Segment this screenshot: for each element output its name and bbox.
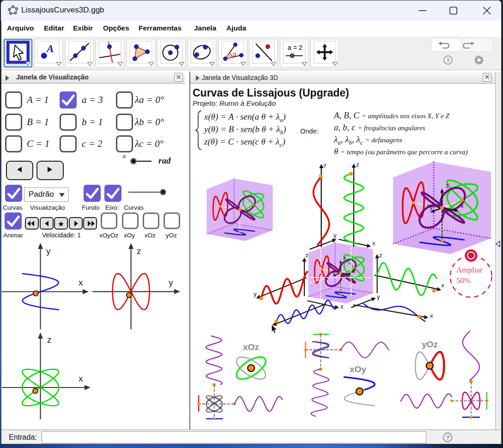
svg-text:x: x [79,374,83,383]
svg-text:Ampliar: Ampliar [456,266,483,274]
svg-text:?: ? [446,434,450,441]
svg-text:x: x [340,303,344,310]
svg-text:50%: 50% [456,276,471,285]
svg-text:yOz: yOz [422,339,438,349]
svg-text:x: x [430,312,433,319]
svg-text:x: x [79,278,83,287]
svg-text:z: z [356,161,359,168]
svg-text:z: z [137,246,141,256]
svg-text:y: y [46,246,51,256]
svg-text:x: x [372,240,376,247]
svg-text:z: z [305,252,309,259]
svg-text:α: α [233,50,236,57]
svg-text:y: y [333,269,335,275]
svg-text:xOy: xOy [350,364,366,374]
svg-text:z: z [323,162,327,169]
svg-text:xOz: xOz [243,342,259,352]
svg-text:y: y [333,232,337,239]
svg-text:y: y [169,278,173,287]
svg-text:x: x [441,282,444,289]
svg-text:a = 2: a = 2 [287,44,302,51]
svg-text:A: A [46,42,54,54]
svg-text:x: x [461,202,464,209]
svg-text:z: z [47,335,52,345]
svg-text:z: z [343,255,346,260]
svg-text:y: y [254,291,257,297]
svg-text:y: y [430,204,433,211]
svg-text:x: x [353,268,356,274]
svg-text:?: ? [447,57,450,64]
svg-text:z: z [446,182,449,189]
svg-text:z: z [379,252,382,259]
svg-text:y: y [377,293,380,300]
